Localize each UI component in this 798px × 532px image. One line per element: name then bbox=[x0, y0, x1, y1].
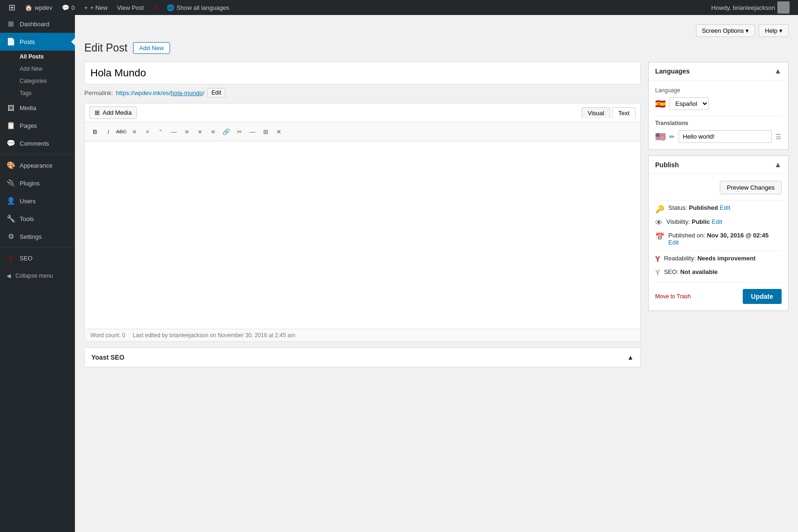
settings-icon: ⚙ bbox=[7, 232, 15, 241]
submenu-categories[interactable]: Categories bbox=[0, 75, 75, 87]
editor-tabs: Visual Text bbox=[582, 107, 635, 118]
toolbar-bold[interactable]: B bbox=[89, 125, 102, 138]
toolbar-align-center[interactable]: ≡ bbox=[193, 125, 207, 138]
menu-separator-2 bbox=[0, 247, 75, 248]
sidebar-item-settings[interactable]: ⚙ Settings bbox=[0, 228, 75, 245]
toolbar-blockquote[interactable]: " bbox=[154, 125, 167, 138]
content-wrap: ⊞ Dashboard 📄 Posts All Posts Add New Ca… bbox=[0, 15, 798, 532]
visibility-icon: 👁 bbox=[655, 219, 663, 227]
toolbar-horizontal-rule[interactable]: — bbox=[167, 125, 180, 138]
preview-changes-button[interactable]: Preview Changes bbox=[720, 181, 782, 194]
media-icon: 🖼 bbox=[7, 104, 15, 112]
editor-body[interactable] bbox=[85, 141, 640, 329]
language-label: Language bbox=[655, 87, 782, 94]
visibility-edit-link[interactable]: Edit bbox=[712, 218, 722, 225]
status-icon: 🔑 bbox=[655, 205, 665, 214]
toolbar-fullscreen[interactable]: ⊞ bbox=[259, 125, 272, 138]
sidebar-item-dashboard[interactable]: ⊞ Dashboard bbox=[0, 15, 75, 33]
translation-row: 🇺🇸 ✏ ☰ bbox=[655, 130, 782, 143]
media-tabs-row: ⊞ Add Media Visual Text bbox=[85, 103, 640, 122]
help-chevron-icon: ▾ bbox=[779, 27, 783, 34]
site-name[interactable]: 🏠 wpdev bbox=[20, 0, 57, 15]
submenu-add-new[interactable]: Add New bbox=[0, 63, 75, 75]
languages-panel-header[interactable]: Languages ▲ bbox=[649, 62, 788, 81]
status-edit-link[interactable]: Edit bbox=[720, 204, 730, 211]
toolbar-link[interactable]: 🔗 bbox=[220, 125, 233, 138]
screen-options-button[interactable]: Screen Options ▾ bbox=[696, 24, 755, 37]
languages-panel: Languages ▲ Language 🇪🇸 Español Translat… bbox=[648, 62, 789, 150]
yoast-toggle-icon: ▲ bbox=[627, 354, 634, 361]
polylang-icon[interactable]: 🌐 Show all languages bbox=[162, 0, 234, 15]
seo-icon: Y bbox=[7, 254, 15, 262]
tools-icon: 🔧 bbox=[7, 214, 15, 223]
edit-translation-icon[interactable]: ✏ bbox=[669, 133, 675, 140]
status-row: 🔑 Status: Published Edit bbox=[655, 204, 782, 214]
languages-panel-body: Language 🇪🇸 Español Translations 🇺🇸 ✏ bbox=[649, 81, 788, 149]
yoast-icon[interactable]: Y bbox=[148, 0, 162, 15]
us-flag: 🇺🇸 bbox=[655, 132, 665, 142]
permalink-link[interactable]: https://wpdev.ink/es/hola-mundo/ bbox=[116, 89, 204, 96]
submenu-all-posts[interactable]: All Posts bbox=[0, 51, 75, 63]
toolbar-align-right[interactable]: ≡ bbox=[207, 125, 220, 138]
permalink-bar: Permalink: https://wpdev.ink/es/hola-mun… bbox=[84, 88, 641, 97]
language-row: 🇪🇸 Español bbox=[655, 97, 782, 110]
sidebar-item-media[interactable]: 🖼 Media bbox=[0, 99, 75, 117]
screen-options-bar: Screen Options ▾ Help ▾ bbox=[84, 24, 789, 37]
toolbar-align-left[interactable]: ≡ bbox=[180, 125, 193, 138]
help-button[interactable]: Help ▾ bbox=[759, 24, 789, 37]
tab-visual[interactable]: Visual bbox=[582, 107, 610, 118]
permalink-edit-button[interactable]: Edit bbox=[207, 88, 226, 97]
sidebar-panels: Languages ▲ Language 🇪🇸 Español Translat… bbox=[648, 62, 789, 311]
plugins-icon: 🔌 bbox=[7, 179, 15, 187]
collapse-menu[interactable]: ◀ Collapse menu bbox=[0, 267, 75, 285]
editor-grid: Permalink: https://wpdev.ink/es/hola-mun… bbox=[84, 62, 789, 367]
wp-logo[interactable]: ⊞ bbox=[4, 0, 20, 15]
toolbar-kitchen-sink[interactable]: ✕ bbox=[272, 125, 285, 138]
sidebar-item-tools[interactable]: 🔧 Tools bbox=[0, 210, 75, 228]
sidebar-item-comments[interactable]: 💬 Comments bbox=[0, 134, 75, 152]
move-to-trash-link[interactable]: Move to Trash bbox=[655, 293, 691, 300]
published-on-row: 📅 Published on: Nov 30, 2016 @ 02:45 Edi… bbox=[655, 232, 782, 246]
readability-icon: Y bbox=[655, 255, 660, 264]
users-icon: 👤 bbox=[7, 197, 15, 205]
visibility-row: 👁 Visibility: Public Edit bbox=[655, 218, 782, 227]
word-count-bar: Word count: 0 Last edited by brianleejac… bbox=[85, 329, 640, 341]
howdy-user[interactable]: Howdy, brianleejackson bbox=[707, 0, 794, 15]
toolbar-strikethrough[interactable]: ABC bbox=[115, 125, 128, 138]
sidebar-item-seo[interactable]: Y SEO bbox=[0, 250, 75, 267]
toolbar-more[interactable]: — bbox=[246, 125, 259, 138]
seo-status-icon: Y bbox=[655, 269, 660, 277]
dashboard-icon: ⊞ bbox=[7, 20, 15, 28]
editor-area: Permalink: https://wpdev.ink/es/hola-mun… bbox=[84, 62, 641, 367]
page-title: Edit Post bbox=[84, 42, 127, 54]
toolbar-unlink[interactable]: ✂ bbox=[233, 125, 246, 138]
add-media-button[interactable]: ⊞ Add Media bbox=[89, 106, 137, 119]
submenu-tags[interactable]: Tags bbox=[0, 87, 75, 99]
toolbar-ordered-list[interactable]: ≡ bbox=[141, 125, 154, 138]
new-content[interactable]: + + New bbox=[80, 0, 112, 15]
sidebar-item-appearance[interactable]: 🎨 Appearance bbox=[0, 156, 75, 174]
seo-row: Y SEO: Not available bbox=[655, 268, 782, 277]
language-select[interactable]: Español bbox=[669, 97, 709, 110]
sidebar-item-users[interactable]: 👤 Users bbox=[0, 192, 75, 210]
publish-panel-header[interactable]: Publish ▲ bbox=[649, 156, 788, 174]
sidebar-item-plugins[interactable]: 🔌 Plugins bbox=[0, 174, 75, 192]
add-new-button[interactable]: Add New bbox=[133, 42, 170, 54]
published-edit-link[interactable]: Edit bbox=[668, 239, 679, 246]
update-button[interactable]: Update bbox=[743, 289, 782, 304]
post-title-input[interactable] bbox=[84, 62, 641, 84]
yoast-seo-panel[interactable]: Yoast SEO ▲ bbox=[84, 347, 641, 367]
sidebar-item-pages[interactable]: 📋 Pages bbox=[0, 117, 75, 134]
translations-label: Translations bbox=[655, 120, 782, 126]
tab-text[interactable]: Text bbox=[612, 107, 635, 119]
publish-divider-1 bbox=[655, 200, 782, 200]
translation-list-icon[interactable]: ☰ bbox=[776, 133, 782, 140]
view-post[interactable]: View Post bbox=[112, 0, 149, 15]
toolbar-unordered-list[interactable]: ≡ bbox=[128, 125, 141, 138]
main-content: Screen Options ▾ Help ▾ Edit Post Add Ne… bbox=[75, 15, 798, 532]
page-header: Edit Post Add New bbox=[84, 42, 789, 54]
sidebar-item-posts[interactable]: 📄 Posts bbox=[0, 33, 75, 51]
translation-input[interactable] bbox=[679, 130, 772, 143]
toolbar-italic[interactable]: I bbox=[102, 125, 115, 138]
comments-link[interactable]: 💬 0 bbox=[57, 0, 80, 15]
